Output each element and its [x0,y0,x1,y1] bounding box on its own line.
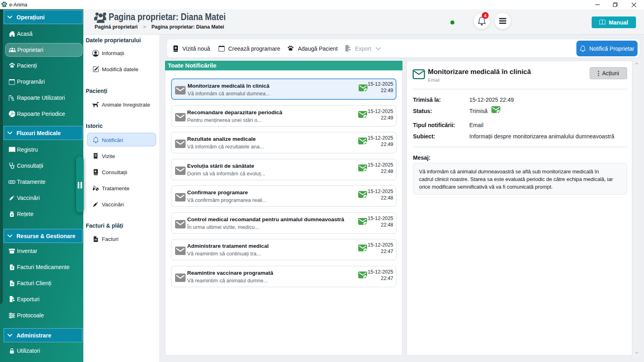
svg-text:$: $ [11,266,13,269]
